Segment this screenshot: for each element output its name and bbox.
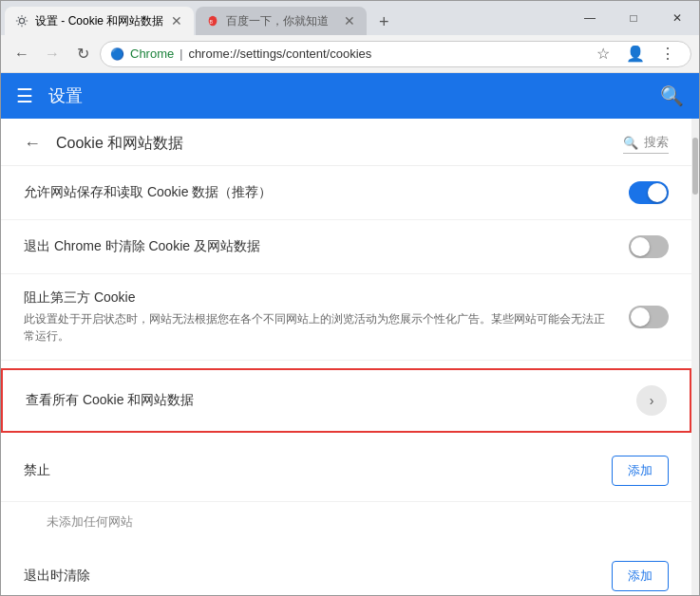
- view-all-cookies-text: 查看所有 Cookie 和网站数据: [26, 392, 621, 409]
- clear-on-exit-knob: [631, 237, 650, 256]
- url-actions: ☆ 👤 ⋮: [590, 41, 681, 67]
- maximize-button[interactable]: □: [612, 1, 655, 35]
- menu-button[interactable]: ⋮: [654, 41, 681, 67]
- url-protocol: Chrome: [130, 47, 174, 61]
- scrollbar[interactable]: [691, 119, 699, 595]
- settings-tab-close[interactable]: ✕: [169, 13, 184, 28]
- view-all-cookies-item[interactable]: 查看所有 Cookie 和网站数据 ›: [3, 370, 690, 431]
- view-all-cookies-chevron[interactable]: ›: [636, 385, 667, 416]
- allow-cookies-toggle[interactable]: [629, 181, 669, 204]
- settings-page-title: Cookie 和网站数据: [56, 134, 608, 154]
- block-third-party-desc: 此设置处于开启状态时，网站无法根据您在各个不同网站上的浏览活动为您展示个性化广告…: [24, 310, 614, 345]
- url-separator: |: [180, 47, 182, 61]
- allow-cookies-knob: [648, 183, 667, 202]
- refresh-button[interactable]: ↻: [69, 41, 96, 67]
- block-third-party-knob: [631, 307, 650, 326]
- clear-on-exit-toggle[interactable]: [629, 235, 669, 258]
- window-controls: — □ ✕: [568, 1, 699, 35]
- allow-cookies-item: 允许网站保存和读取 Cookie 数据（推荐）: [1, 166, 691, 220]
- tabs-area: 设置 - Cookie 和网站数据 ✕ B 百度一下，你就知道 ✕ +: [1, 1, 568, 35]
- secure-icon: 🔵: [110, 47, 124, 61]
- clear-on-exit-section-label: 退出时清除: [24, 568, 596, 585]
- clear-on-exit-item: 退出 Chrome 时清除 Cookie 及网站数据: [1, 220, 691, 274]
- view-all-cookies-highlighted-wrapper: 查看所有 Cookie 和网站数据 ›: [1, 368, 691, 433]
- block-third-party-toggle[interactable]: [629, 306, 669, 328]
- address-bar: ← → ↻ 🔵 Chrome | chrome://settings/conte…: [1, 35, 699, 73]
- main-content: ← Cookie 和网站数据 🔍 搜索 允许网站保存和读取 Cookie 数据（…: [1, 119, 691, 595]
- minimize-button[interactable]: —: [568, 1, 612, 35]
- block-third-party-label: 阻止第三方 Cookie: [24, 289, 614, 307]
- browser-window: 设置 - Cookie 和网站数据 ✕ B 百度一下，你就知道 ✕ + — □ …: [0, 0, 700, 596]
- title-bar: 设置 - Cookie 和网站数据 ✕ B 百度一下，你就知道 ✕ + — □ …: [1, 1, 699, 35]
- content-area: ← Cookie 和网站数据 🔍 搜索 允许网站保存和读取 Cookie 数据（…: [1, 119, 699, 595]
- scrollbar-thumb[interactable]: [692, 138, 698, 195]
- back-button[interactable]: ←: [9, 41, 35, 67]
- clear-on-exit-text: 退出 Chrome 时清除 Cookie 及网站数据: [24, 238, 614, 255]
- allow-cookies-text: 允许网站保存和读取 Cookie 数据（推荐）: [24, 184, 614, 201]
- clear-on-exit-label: 退出 Chrome 时清除 Cookie 及网站数据: [24, 238, 614, 255]
- settings-tab-label: 设置 - Cookie 和网站数据: [35, 13, 163, 29]
- block-third-party-text: 阻止第三方 Cookie 此设置处于开启状态时，网站无法根据您在各个不同网站上的…: [24, 289, 614, 345]
- settings-tab[interactable]: 设置 - Cookie 和网站数据 ✕: [5, 7, 194, 35]
- settings-page-header: ← Cookie 和网站数据 🔍 搜索: [1, 119, 691, 166]
- allow-cookies-label: 允许网站保存和读取 Cookie 数据（推荐）: [24, 184, 614, 201]
- drawer-toggle[interactable]: ☰: [16, 84, 33, 107]
- new-tab-button[interactable]: +: [370, 9, 397, 35]
- back-icon[interactable]: ←: [24, 134, 41, 154]
- block-empty-message: 未添加任何网站: [1, 502, 691, 546]
- block-add-button[interactable]: 添加: [612, 456, 669, 486]
- clear-on-exit-add-button[interactable]: 添加: [612, 561, 669, 591]
- forward-button[interactable]: →: [39, 41, 66, 67]
- baidu-tab-icon: B: [205, 13, 220, 28]
- search-placeholder: 搜索: [644, 134, 669, 151]
- block-section: 禁止 添加: [1, 440, 691, 502]
- svg-text:B: B: [210, 19, 214, 25]
- settings-tab-icon: [14, 13, 29, 28]
- baidu-tab[interactable]: B 百度一下，你就知道 ✕: [196, 7, 367, 35]
- account-button[interactable]: 👤: [622, 41, 649, 67]
- url-bar[interactable]: 🔵 Chrome | chrome://settings/content/coo…: [100, 41, 691, 67]
- app-title: 设置: [48, 84, 645, 107]
- close-button[interactable]: ✕: [655, 1, 699, 35]
- svg-point-0: [19, 18, 24, 23]
- baidu-tab-close[interactable]: ✕: [342, 13, 357, 28]
- settings-search[interactable]: 🔍 搜索: [623, 134, 669, 154]
- search-icon-small: 🔍: [623, 136, 638, 150]
- block-section-label: 禁止: [24, 462, 596, 479]
- app-bar: ☰ 设置 🔍: [1, 73, 699, 119]
- block-third-party-item: 阻止第三方 Cookie 此设置处于开启状态时，网站无法根据您在各个不同网站上的…: [1, 274, 691, 361]
- view-all-cookies-label: 查看所有 Cookie 和网站数据: [26, 392, 621, 409]
- url-text: chrome://settings/content/cookies: [188, 47, 371, 61]
- bookmark-button[interactable]: ☆: [590, 41, 616, 67]
- search-icon[interactable]: 🔍: [660, 84, 684, 107]
- baidu-tab-label: 百度一下，你就知道: [226, 13, 336, 29]
- clear-on-exit-section: 退出时清除 添加: [1, 546, 691, 595]
